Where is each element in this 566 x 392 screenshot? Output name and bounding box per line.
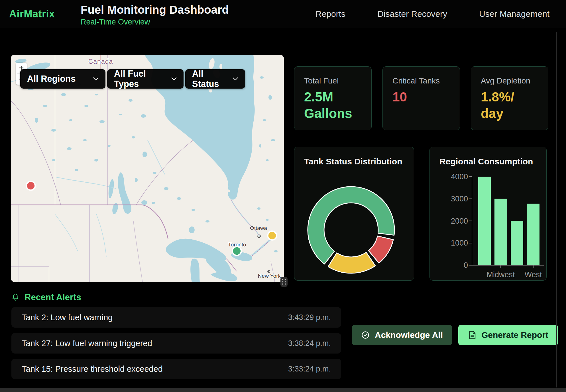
stat-card-critical-tanks: Critical Tanks10 xyxy=(382,66,460,130)
stat-card-total-fuel: Total Fuel2.5MGallons xyxy=(294,66,372,130)
content-right-divider xyxy=(556,32,557,387)
recent-alerts-header: Recent Alerts xyxy=(11,292,81,303)
generate-report-label: Generate Report xyxy=(481,330,548,340)
top-nav: ReportsDisaster RecoveryUser Management xyxy=(315,0,549,28)
chevron-down-icon xyxy=(171,77,177,81)
alert-timestamp: 3:38:24 p.m. xyxy=(288,339,331,348)
chevron-down-icon xyxy=(93,77,99,81)
brand-logo: AirMatrix xyxy=(9,8,55,20)
alert-row[interactable]: Tank 15: Pressure threshold exceeded3:33… xyxy=(11,359,341,379)
stat-value: 10 xyxy=(392,89,450,105)
stat-label: Critical Tanks xyxy=(392,76,450,85)
document-icon xyxy=(468,330,476,340)
check-circle-icon xyxy=(361,331,370,339)
filter-label: All Regions xyxy=(27,74,76,84)
stat-value: 2.5MGallons xyxy=(304,89,362,122)
alert-message: Tank 27: Low fuel warning triggered xyxy=(22,339,152,348)
x-tick-label-midwest: Midwest xyxy=(486,270,515,279)
stat-label: Avg Depletion xyxy=(481,76,538,85)
alert-row[interactable]: Tank 27: Low fuel warning triggered3:38:… xyxy=(11,333,341,354)
bar-region-1 xyxy=(494,199,507,265)
map-label-ottawa: Ottawa xyxy=(250,225,267,231)
map-label-new-york: New York xyxy=(258,273,281,279)
tank-marker-normal[interactable] xyxy=(233,247,241,256)
map-filter-bar: All RegionsAll Fuel TypesAll Status xyxy=(20,69,245,89)
recent-alerts-title: Recent Alerts xyxy=(25,292,81,303)
chevron-down-icon xyxy=(233,77,238,81)
y-tick-label: 4000 xyxy=(451,172,468,181)
stat-value: 1.8%/day xyxy=(481,89,538,122)
bar-region-0 xyxy=(478,177,491,265)
filter-label: All Status xyxy=(192,69,233,89)
tank-marker-critical[interactable] xyxy=(27,181,35,190)
alert-message: Tank 2: Low fuel warning xyxy=(22,313,113,322)
regional-consumption-bar-chart: 01000200030004000MidwestWest xyxy=(430,147,547,281)
regional-consumption-card: Regional Consumption 01000200030004000Mi… xyxy=(429,147,547,281)
acknowledge-all-button[interactable]: Acknowledge All xyxy=(352,325,452,345)
bottom-scrollbar-track[interactable] xyxy=(0,388,566,392)
drag-handle-icon[interactable] xyxy=(280,277,288,287)
y-tick-label: 3000 xyxy=(451,195,468,203)
tank-status-card: Tank Status Distribution xyxy=(294,147,414,281)
y-tick-label: 2000 xyxy=(451,217,468,225)
bar-region-2 xyxy=(511,221,523,266)
stat-card-avg-depletion: Avg Depletion1.8%/day xyxy=(471,66,548,130)
dashboard-page: AirMatrix Fuel Monitoring Dashboard Real… xyxy=(0,0,566,392)
nav-item-reports[interactable]: Reports xyxy=(315,9,345,19)
filter-all-regions[interactable]: All Regions xyxy=(20,69,105,89)
y-tick-label: 1000 xyxy=(451,239,468,247)
donut-segment-warning xyxy=(328,252,375,273)
y-tick-label: 0 xyxy=(464,261,468,270)
x-tick-label-west: West xyxy=(524,270,542,279)
donut-segment-critical xyxy=(368,236,393,263)
page-subtitle: Real-Time Overview xyxy=(81,18,150,26)
generate-report-button[interactable]: Generate Report xyxy=(458,325,558,345)
tank-marker-warning[interactable] xyxy=(268,231,277,240)
stat-label: Total Fuel xyxy=(304,76,362,85)
alert-message: Tank 15: Pressure threshold exceeded xyxy=(22,364,163,374)
tank-status-donut-chart xyxy=(294,147,414,281)
stats-row: Total Fuel2.5MGallonsCritical Tanks10Avg… xyxy=(294,66,548,130)
filter-all-fuel-types[interactable]: All Fuel Types xyxy=(107,69,184,89)
filter-label: All Fuel Types xyxy=(114,69,171,89)
alert-timestamp: 3:33:24 p.m. xyxy=(288,365,331,373)
bell-icon xyxy=(11,293,19,302)
nav-item-user-management[interactable]: User Management xyxy=(479,9,549,19)
bar-region-3 xyxy=(527,204,539,265)
alert-timestamp: 3:43:29 p.m. xyxy=(288,313,331,322)
page-title: Fuel Monitoring Dashboard xyxy=(81,3,229,16)
map-label-country: Canada xyxy=(88,58,113,65)
acknowledge-all-label: Acknowledge All xyxy=(375,330,443,340)
nav-item-disaster-recovery[interactable]: Disaster Recovery xyxy=(377,9,447,19)
header-bar: AirMatrix Fuel Monitoring Dashboard Real… xyxy=(0,0,566,28)
alert-row[interactable]: Tank 2: Low fuel warning3:43:29 p.m. xyxy=(11,307,341,328)
filter-all-status[interactable]: All Status xyxy=(185,69,245,89)
fuel-map-panel: CanadaOttawaTorontoNew York + − All Regi… xyxy=(11,55,284,282)
